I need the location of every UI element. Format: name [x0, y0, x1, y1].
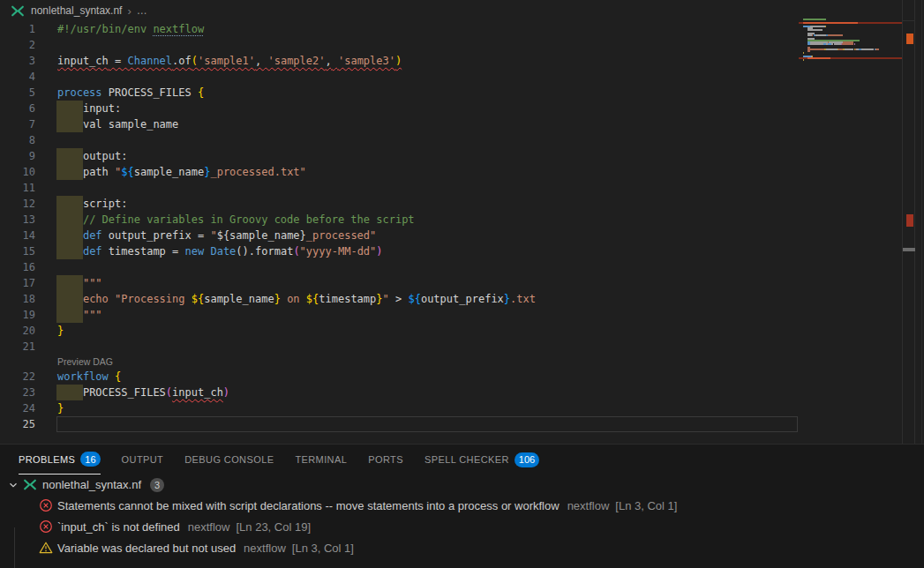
code-line[interactable]: 23 PROCESS_FILES(input_ch) — [0, 385, 924, 400]
problems-tree: nonlethal_syntax.nf 3 Statements cannot … — [0, 475, 924, 558]
problem-row[interactable]: Statements cannot be mixed with script d… — [0, 495, 924, 516]
breadcrumb-more[interactable]: … — [137, 4, 147, 17]
problem-message: `input_ch` is not defined — [57, 520, 180, 534]
error-icon — [39, 519, 53, 534]
panel-tab-terminal[interactable]: TERMINAL — [295, 445, 347, 475]
line-content[interactable]: def output_prefix = "${sample_name}_proc… — [57, 228, 376, 243]
code-line[interactable]: 22workflow { — [0, 369, 924, 385]
code-token: Date — [210, 245, 236, 258]
code-token — [57, 309, 83, 321]
line-content[interactable]: script: — [57, 196, 127, 212]
breadcrumb-file[interactable]: nonlethal_syntax.nf — [31, 4, 122, 17]
code-line[interactable]: 24} — [0, 400, 924, 416]
line-content[interactable]: val sample_name — [57, 116, 178, 132]
problem-source: nextflow — [188, 520, 230, 534]
code-token: 'sample3' — [338, 55, 395, 67]
warning-icon — [39, 541, 53, 555]
breadcrumb-separator: › — [127, 4, 131, 18]
code-token — [57, 245, 83, 258]
overview-ruler-error-marker-bottom[interactable] — [906, 214, 913, 227]
code-token: _processed" — [306, 229, 376, 242]
code-line[interactable]: 18 echo "Processing ${sample_name} on ${… — [0, 291, 924, 307]
code-token: } — [504, 293, 510, 305]
breadcrumb: nonlethal_syntax.nf › … — [0, 0, 924, 21]
line-content[interactable]: #!/usr/bin/env nextflow — [57, 21, 204, 37]
code-line[interactable]: 3input_ch = Channel.of('sample1', 'sampl… — [0, 53, 924, 69]
problems-count-badge: 3 — [150, 478, 164, 492]
line-number: 19 — [0, 307, 35, 323]
code-token: ) — [223, 386, 229, 399]
code-line[interactable]: 6 input: — [0, 101, 924, 116]
code-token: ) — [395, 55, 402, 67]
problems-file-group[interactable]: nonlethal_syntax.nf 3 — [0, 475, 924, 495]
panel-tab-ports[interactable]: PORTS — [368, 445, 403, 475]
code-token — [57, 277, 83, 289]
code-line[interactable]: 1#!/usr/bin/env nextflow — [0, 21, 924, 37]
line-content[interactable]: process PROCESS_FILES { — [57, 85, 204, 101]
code-line[interactable]: 12 script: — [0, 196, 924, 212]
code-line[interactable]: 15 def timestamp = new Date().format("yy… — [0, 243, 924, 259]
minimap[interactable] — [799, 19, 902, 66]
code-line[interactable]: 17 """ — [0, 275, 924, 291]
panel-tab-label: SPELL CHECKER — [424, 454, 509, 465]
scrollbar-thumb-top[interactable] — [902, 20, 915, 21]
panel-tab-badge: 16 — [80, 452, 100, 467]
line-content[interactable]: } — [57, 400, 64, 416]
line-content[interactable]: // Define variables in Groovy code befor… — [57, 212, 415, 228]
code-area[interactable]: 1#!/usr/bin/env nextflow23input_ch = Cha… — [0, 21, 924, 432]
code-line[interactable]: 13 // Define variables in Groovy code be… — [0, 212, 924, 228]
code-line[interactable]: 14 def output_prefix = "${sample_name}_p… — [0, 228, 924, 243]
code-line[interactable]: 5process PROCESS_FILES { — [0, 85, 924, 101]
code-line[interactable]: 11 — [0, 180, 924, 196]
code-token: ${sample_name} — [217, 229, 306, 242]
line-content[interactable]: input_ch = Channel.of('sample1', 'sample… — [57, 53, 402, 69]
line-content[interactable]: """ — [57, 275, 102, 291]
line-number: 10 — [0, 164, 35, 180]
code-token: } — [57, 325, 64, 337]
line-number: 6 — [0, 101, 35, 116]
problem-row[interactable]: `input_ch` is not definednextflow[Ln 23,… — [0, 516, 924, 537]
line-content[interactable]: PROCESS_FILES(input_ch) — [57, 385, 229, 400]
panel-tab-output[interactable]: OUTPUT — [122, 445, 164, 475]
problem-row[interactable]: Variable was declared but not usednextfl… — [0, 537, 924, 558]
panel-tab-debug-console[interactable]: DEBUG CONSOLE — [184, 445, 274, 475]
code-line[interactable]: 19 """ — [0, 307, 924, 323]
code-token: process — [57, 86, 102, 99]
code-token: "yyyy-MM-dd" — [300, 245, 377, 258]
code-line[interactable]: 10 path "${sample_name}_processed.txt" — [0, 164, 924, 180]
panel-tab-spell-checker[interactable]: SPELL CHECKER106 — [424, 445, 539, 475]
code-line[interactable]: 2 — [0, 37, 924, 53]
line-number: 23 — [0, 385, 35, 400]
line-content[interactable]: } — [57, 323, 64, 339]
panel-tab-problems[interactable]: PROBLEMS16 — [19, 445, 101, 475]
line-content[interactable]: """ — [57, 307, 102, 323]
code-line[interactable]: 20} — [0, 323, 924, 339]
line-number: 20 — [0, 323, 35, 339]
problem-location: [Ln 3, Col 1] — [615, 499, 677, 512]
code-line[interactable]: 16 — [0, 259, 924, 275]
code-line[interactable]: 8 — [0, 132, 924, 148]
line-content[interactable]: path "${sample_name}_processed.txt" — [57, 164, 306, 180]
code-token: ( — [293, 245, 299, 258]
code-token: ${ — [192, 293, 204, 305]
code-line[interactable]: 7 val sample_name — [0, 116, 924, 132]
code-token — [57, 198, 83, 210]
line-content[interactable]: echo "Processing ${sample_name} on ${tim… — [57, 291, 536, 307]
line-content[interactable]: def timestamp = new Date().format("yyyy-… — [57, 243, 383, 259]
code-line[interactable]: 21 — [0, 339, 924, 355]
code-line[interactable]: 9 output: — [0, 148, 924, 164]
line-content[interactable]: workflow { — [57, 369, 121, 385]
code-token: of — [178, 55, 191, 67]
line-content[interactable]: input: — [57, 101, 121, 116]
code-line[interactable]: 4 — [0, 69, 924, 85]
overview-ruler-error-marker-top[interactable] — [906, 34, 913, 44]
chevron-down-icon[interactable] — [7, 479, 19, 491]
line-number: 22 — [0, 369, 35, 385]
code-token: output: — [83, 150, 128, 162]
panel-tab-badge: 106 — [515, 452, 539, 467]
line-number: 3 — [0, 53, 35, 69]
codelens-preview-dag[interactable]: Preview DAG — [0, 355, 924, 369]
line-content[interactable]: output: — [57, 148, 127, 164]
code-token: , — [326, 55, 338, 67]
code-token: 'sample1' — [198, 55, 255, 67]
